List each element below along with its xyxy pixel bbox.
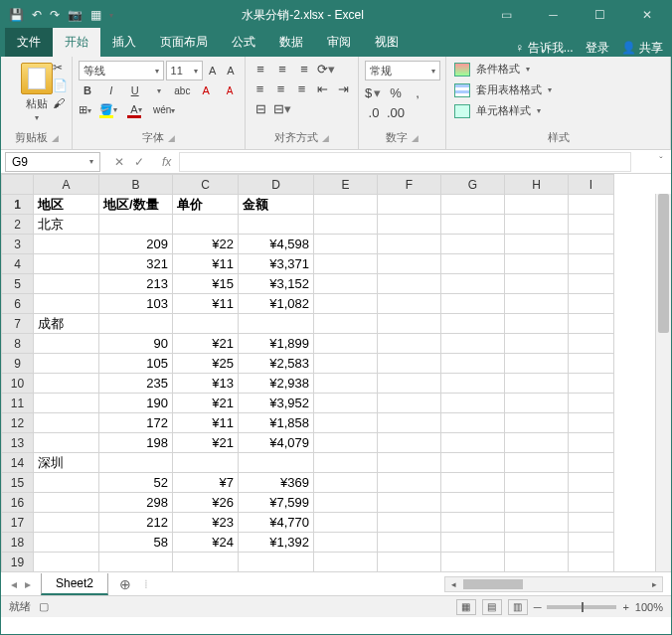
- cell[interactable]: [569, 215, 614, 235]
- cell[interactable]: [99, 453, 173, 473]
- cell[interactable]: [34, 235, 99, 254]
- cancel-fx-icon[interactable]: ✕: [114, 155, 124, 169]
- bold-button[interactable]: B: [79, 84, 96, 96]
- cell[interactable]: 298: [99, 493, 173, 513]
- cell[interactable]: [569, 314, 614, 334]
- cell[interactable]: [314, 473, 378, 493]
- save-icon[interactable]: 💾: [9, 8, 24, 22]
- share-button[interactable]: 👤 共享: [621, 40, 663, 57]
- cell[interactable]: [34, 334, 99, 354]
- cell[interactable]: [569, 294, 614, 314]
- cell[interactable]: [569, 453, 614, 473]
- col-header[interactable]: G: [441, 175, 505, 195]
- cell[interactable]: [505, 334, 569, 354]
- row-header[interactable]: 8: [2, 334, 34, 354]
- cell[interactable]: [378, 553, 441, 572]
- currency-icon[interactable]: $▾: [365, 84, 383, 100]
- cell[interactable]: [314, 235, 378, 254]
- cell[interactable]: ¥1,082: [239, 294, 314, 314]
- camera-icon[interactable]: 📷: [68, 8, 83, 22]
- cell[interactable]: 金额: [239, 195, 314, 215]
- align-top-icon[interactable]: ≡: [252, 61, 269, 77]
- row-header[interactable]: 19: [2, 553, 34, 572]
- cell[interactable]: [314, 294, 378, 314]
- number-format-select[interactable]: 常规▾: [365, 61, 440, 80]
- login-button[interactable]: 登录: [586, 40, 609, 57]
- cell[interactable]: [441, 394, 505, 413]
- cell[interactable]: [441, 294, 505, 314]
- cell[interactable]: [34, 394, 99, 413]
- cell[interactable]: [569, 413, 614, 433]
- cell[interactable]: ¥4,770: [239, 513, 314, 533]
- cell[interactable]: [378, 533, 441, 553]
- row-header[interactable]: 14: [2, 453, 34, 473]
- copy-icon[interactable]: 📄: [53, 79, 68, 92]
- tab-insert[interactable]: 插入: [100, 28, 148, 57]
- row-header[interactable]: 18: [2, 533, 34, 553]
- cell[interactable]: [378, 513, 441, 533]
- enter-fx-icon[interactable]: ✓: [134, 155, 144, 169]
- cell[interactable]: ¥7: [173, 473, 239, 493]
- cell[interactable]: ¥3,371: [239, 254, 314, 274]
- increase-decimal-icon[interactable]: .0: [365, 104, 383, 120]
- cell[interactable]: [569, 374, 614, 394]
- page-break-view-icon[interactable]: ▥: [508, 599, 528, 615]
- border-button[interactable]: ⊞▾: [79, 103, 91, 116]
- cell[interactable]: ¥26: [173, 493, 239, 513]
- cell[interactable]: [34, 433, 99, 453]
- col-header[interactable]: H: [505, 175, 569, 195]
- cell[interactable]: ¥11: [173, 294, 239, 314]
- cell[interactable]: [505, 235, 569, 254]
- font-color-button[interactable]: A▾: [125, 100, 147, 118]
- cell[interactable]: [569, 195, 614, 215]
- page-layout-view-icon[interactable]: ▤: [482, 599, 502, 615]
- cell[interactable]: [34, 294, 99, 314]
- col-header[interactable]: D: [239, 175, 314, 195]
- tab-view[interactable]: 视图: [363, 28, 411, 57]
- cell[interactable]: [505, 254, 569, 274]
- cell[interactable]: ¥23: [173, 513, 239, 533]
- close-button[interactable]: ✕: [624, 2, 669, 28]
- cell[interactable]: [99, 215, 173, 235]
- cell[interactable]: [441, 215, 505, 235]
- cell[interactable]: [34, 354, 99, 374]
- select-all-corner[interactable]: [2, 175, 34, 195]
- cell[interactable]: [505, 195, 569, 215]
- cell[interactable]: [314, 354, 378, 374]
- cell[interactable]: [314, 493, 378, 513]
- cell[interactable]: [34, 374, 99, 394]
- cell[interactable]: [378, 493, 441, 513]
- fill-color-button[interactable]: 🪣▾: [97, 100, 119, 118]
- cell[interactable]: [239, 215, 314, 235]
- cell[interactable]: 52: [99, 473, 173, 493]
- cell[interactable]: 成都: [34, 314, 99, 334]
- cell[interactable]: [378, 215, 441, 235]
- new-sheet-button[interactable]: ⊕: [114, 573, 136, 595]
- maximize-button[interactable]: ☐: [578, 2, 622, 28]
- align-right-icon[interactable]: ≡: [293, 80, 310, 96]
- cell[interactable]: [505, 553, 569, 572]
- cell[interactable]: [569, 493, 614, 513]
- phonetic-button[interactable]: abc: [173, 85, 191, 96]
- tab-nav-next-icon[interactable]: ▸: [25, 577, 31, 591]
- col-header[interactable]: E: [314, 175, 378, 195]
- tell-me[interactable]: ♀ 告诉我...: [515, 40, 573, 57]
- minimize-button[interactable]: ─: [531, 2, 576, 28]
- cell[interactable]: [505, 354, 569, 374]
- format-painter-icon[interactable]: 🖌: [53, 96, 68, 110]
- cell[interactable]: [569, 394, 614, 413]
- cell[interactable]: [569, 274, 614, 294]
- cell[interactable]: [314, 413, 378, 433]
- cell[interactable]: [314, 433, 378, 453]
- orientation-icon[interactable]: ⟳▾: [317, 61, 335, 77]
- cell[interactable]: ¥25: [173, 354, 239, 374]
- cell[interactable]: [441, 374, 505, 394]
- cell[interactable]: ¥21: [173, 433, 239, 453]
- cell[interactable]: [314, 453, 378, 473]
- undo-icon[interactable]: ↶: [32, 8, 42, 22]
- cell[interactable]: [378, 453, 441, 473]
- cell[interactable]: [378, 254, 441, 274]
- cell[interactable]: [441, 235, 505, 254]
- cell[interactable]: [314, 274, 378, 294]
- cell-styles-button[interactable]: 单元格样式 ▾: [452, 102, 664, 119]
